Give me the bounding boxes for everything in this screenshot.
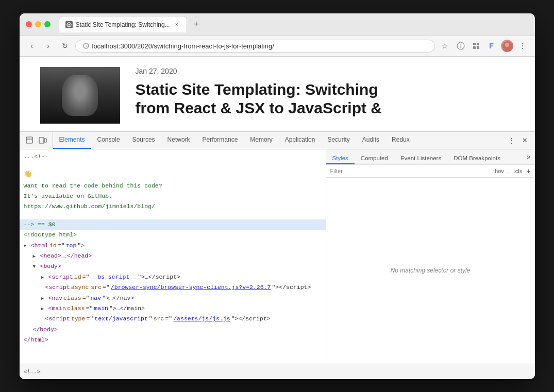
dom-nav-line: ▶ <nav class =" nav ">…</nav>	[20, 293, 326, 303]
tab-performance[interactable]: Performance	[196, 132, 244, 149]
more-menu-button[interactable]: ⋮	[516, 40, 529, 52]
device-toolbar-icon[interactable]	[37, 134, 48, 146]
dom-line: ...<!--	[20, 151, 326, 162]
dom-html-close-line: </html>	[20, 335, 326, 345]
browser-tab[interactable]: Static Site Templating: Switching... ×	[59, 16, 187, 32]
tab-network[interactable]: Network	[161, 132, 196, 149]
dom-comment-line: Want to read the code behind this code?	[20, 181, 326, 191]
article-image	[40, 67, 120, 124]
svg-point-11	[505, 43, 509, 47]
dom-html-line: ▼ <html id =" top ">	[20, 241, 326, 251]
tab-close-button[interactable]: ×	[173, 21, 180, 28]
dom-script2-line: <script async src =" /browser-sync/brows…	[20, 282, 326, 293]
article-title: Static Site Templating: Switching from R…	[136, 80, 514, 117]
devtools-tabs: Elements Console Sources Network Perform…	[53, 132, 502, 149]
minimize-button[interactable]	[35, 21, 41, 27]
address-bar: ‹ › ↻ ℹ localhost:3000/2020/switching-fr…	[20, 36, 535, 57]
tab-audits[interactable]: Audits	[356, 132, 385, 149]
tab-styles[interactable]: Styles	[326, 153, 355, 164]
devtools-toolbar: Elements Console Sources Network Perform…	[20, 132, 535, 149]
styles-content: No matching selector or style	[326, 178, 535, 364]
styles-tabs: Styles Computed Event Listeners DOM Brea…	[326, 149, 535, 165]
no-styles-text: No matching selector or style	[391, 267, 471, 274]
tab-application[interactable]: Application	[279, 132, 322, 149]
back-button[interactable]: ‹	[26, 40, 38, 52]
dom-line	[20, 162, 326, 169]
inspect-element-icon[interactable]	[24, 134, 35, 146]
filter-input[interactable]	[347, 168, 489, 174]
dom-panel[interactable]: ...<!-- 👋 Want to read the code behind t…	[20, 149, 326, 364]
dom-body-close-line: </body>	[20, 325, 326, 335]
website-preview: Jan 27, 2020 Static Site Templating: Swi…	[20, 57, 535, 131]
styles-panel: Styles Computed Event Listeners DOM Brea…	[326, 149, 535, 364]
tab-console[interactable]: Console	[91, 132, 126, 149]
tab-favicon	[65, 21, 73, 28]
maximize-button[interactable]	[44, 21, 51, 27]
dom-main-line: ▶ <main class =" main ">…</main>	[20, 303, 326, 314]
dom-script3-line: <script type =" text/javascript " src ="…	[20, 314, 326, 324]
site-text: Jan 27, 2020 Static Site Templating: Swi…	[136, 67, 514, 117]
svg-text:ℹ: ℹ	[86, 45, 87, 48]
site-image	[40, 67, 120, 124]
bookmark-icon[interactable]: ☆	[439, 40, 451, 52]
svg-rect-8	[473, 46, 476, 49]
dom-body-open-line: ▼ <body>	[20, 261, 326, 271]
lock-icon: ℹ	[83, 43, 89, 49]
svg-rect-6	[473, 43, 476, 45]
new-tab-button[interactable]: +	[189, 17, 204, 31]
tab-title: Static Site Templating: Switching...	[76, 21, 170, 28]
svg-rect-13	[26, 137, 32, 143]
tab-dom-breakpoints[interactable]: DOM Breakpoints	[447, 153, 507, 164]
svg-rect-7	[477, 43, 479, 45]
info-icon[interactable]: i	[455, 40, 467, 52]
tab-redux[interactable]: Redux	[385, 132, 416, 149]
svg-point-1	[68, 24, 70, 25]
styles-filter: Filter :hov . .cls +	[326, 165, 535, 178]
tab-sources[interactable]: Sources	[126, 132, 161, 149]
close-button[interactable]	[26, 21, 32, 27]
traffic-lights	[26, 21, 51, 27]
styles-more-button[interactable]: »	[523, 149, 535, 164]
svg-rect-9	[477, 46, 479, 49]
article-date: Jan 27, 2020	[136, 67, 514, 75]
forward-button[interactable]: ›	[42, 40, 55, 52]
tab-elements[interactable]: Elements	[53, 132, 91, 149]
grid-icon[interactable]	[470, 40, 482, 52]
filter-cls-button[interactable]: .cls	[514, 168, 523, 174]
toolbar-icons: ☆ i F ⋮	[439, 40, 529, 52]
refresh-button[interactable]: ↻	[59, 40, 71, 52]
tab-event-listeners[interactable]: Event Listeners	[394, 153, 447, 164]
tab-computed[interactable]: Computed	[355, 153, 394, 164]
svg-rect-16	[44, 139, 46, 142]
devtools-more-button[interactable]: ⋮	[506, 134, 517, 146]
svg-rect-15	[39, 138, 44, 143]
tab-area: Static Site Templating: Switching... × +	[59, 16, 529, 32]
address-input[interactable]: ℹ localhost:3000/2020/switching-from-rea…	[75, 40, 435, 53]
dom-doctype-line: <!doctype html>	[20, 230, 326, 240]
devtools-bottom-bar: <!-->	[20, 364, 535, 379]
add-style-rule-button[interactable]: +	[526, 167, 530, 175]
user-avatar[interactable]	[501, 40, 513, 52]
title-bar: Static Site Templating: Switching... × +	[20, 13, 535, 36]
devtools-body: ...<!-- 👋 Want to read the code behind t…	[20, 149, 535, 364]
dom-line: 👋	[20, 169, 326, 181]
console-bottom-text: <!-->	[24, 368, 41, 375]
content-area: Jan 27, 2020 Static Site Templating: Swi…	[20, 57, 535, 379]
main-split: Jan 27, 2020 Static Site Templating: Swi…	[20, 57, 535, 379]
extension-f-icon[interactable]: F	[485, 40, 498, 52]
filter-pseudo-button[interactable]: :hov	[493, 168, 504, 174]
browser-window: Static Site Templating: Switching... × +…	[20, 13, 535, 379]
tab-memory[interactable]: Memory	[244, 132, 278, 149]
svg-text:i: i	[460, 44, 461, 49]
url-text: localhost:3000/2020/switching-from-react…	[92, 42, 274, 50]
dom-head-line: ▶ <head> … </head>	[20, 251, 326, 261]
dom-comment-line: https://www.github.com/jimniels/blog/	[20, 201, 326, 212]
dom-comment-line: It's available on GitHub.	[20, 191, 326, 201]
tab-security[interactable]: Security	[321, 132, 356, 149]
dom-selected-line[interactable]: --> == $0	[20, 219, 326, 230]
dom-script1-line: ▶ <script id =" __bs_script__ ">…</scrip…	[20, 272, 326, 282]
devtools-actions: ⋮ ✕	[502, 134, 535, 146]
dom-line	[20, 212, 326, 219]
filter-label: Filter	[330, 168, 343, 174]
devtools-close-button[interactable]: ✕	[519, 134, 531, 146]
